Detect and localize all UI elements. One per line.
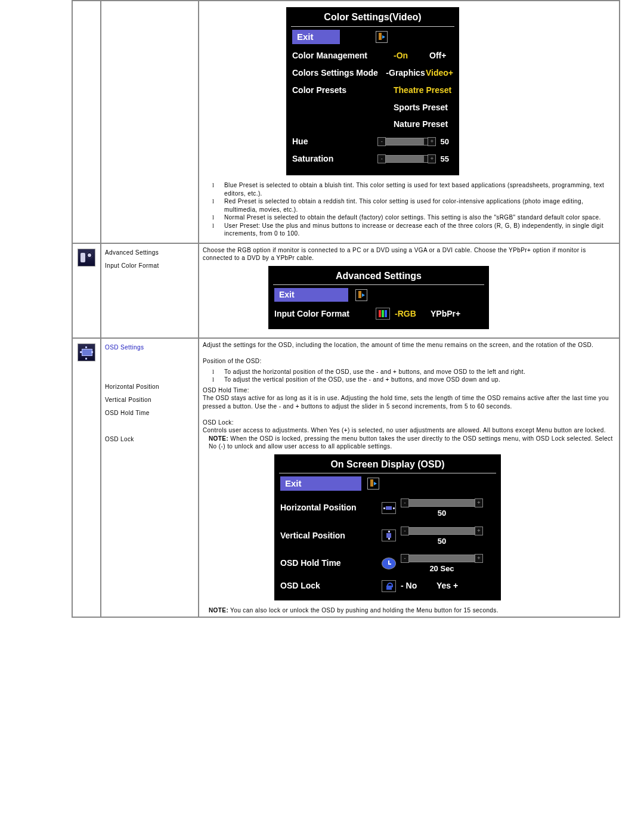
hold-heading: OSD Hold Time: bbox=[203, 386, 615, 395]
advanced-settings-label: Advanced Settings bbox=[105, 246, 194, 259]
color-notes-list: Blue Preset is selected to obtain a blui… bbox=[217, 181, 615, 238]
advanced-osd: Advanced Settings Exit Input Color Forma… bbox=[268, 266, 489, 329]
h-label: Horizontal Position bbox=[280, 502, 382, 513]
osd-title: On Screen Display (OSD) bbox=[274, 454, 501, 473]
note-user: User Preset: Use the plus and minus butt… bbox=[217, 222, 615, 238]
row2-content: Choose the RGB option if monitor is conn… bbox=[199, 243, 620, 338]
row2-label-cell: Advanced Settings Input Color Format bbox=[101, 243, 199, 338]
row1-label-cell bbox=[101, 1, 199, 243]
saturation-value: 55 bbox=[436, 154, 453, 165]
h-slider[interactable]: -+ bbox=[401, 499, 483, 507]
lock-heading: OSD Lock: bbox=[203, 419, 615, 427]
v-label: Vertical Position bbox=[280, 530, 382, 541]
color-management-off[interactable]: Off+ bbox=[429, 50, 446, 61]
note-body: You can also lock or unlock the OSD by p… bbox=[228, 607, 499, 614]
exit-button[interactable]: Exit bbox=[280, 476, 361, 491]
advanced-settings-icon bbox=[78, 249, 95, 267]
v-value: 50 bbox=[401, 536, 483, 547]
hpos-icon bbox=[382, 502, 396, 514]
saturation-slider[interactable]: -+ bbox=[377, 155, 436, 163]
hold-value: 20 Sec bbox=[401, 563, 483, 574]
osd-pos-list: To adjust the horizontal position of the… bbox=[217, 368, 615, 384]
lock-no[interactable]: - No bbox=[401, 580, 436, 592]
advanced-desc: Choose the RGB option if monitor is conn… bbox=[203, 246, 615, 262]
row1-icon-cell bbox=[72, 1, 101, 243]
icf-label: Input Color Format bbox=[274, 308, 376, 320]
lock-icon bbox=[382, 580, 396, 592]
osd-title: Color Settings(Video) bbox=[286, 7, 459, 26]
input-color-format-label: Input Color Format bbox=[105, 259, 194, 272]
osd-pos-heading: Position of the OSD: bbox=[203, 357, 615, 366]
osd-pos-v: To adjust the vertical position of the O… bbox=[217, 376, 615, 384]
lock-yes[interactable]: Yes + bbox=[436, 580, 458, 592]
osd-settings-icon bbox=[78, 343, 95, 361]
v-slider[interactable]: -+ bbox=[401, 527, 483, 535]
hue-value: 50 bbox=[436, 137, 453, 147]
color-presets-label: Color Presets bbox=[292, 85, 394, 96]
osd-pos-h: To adjust the horizontal position of the… bbox=[217, 368, 615, 376]
note-prefix: NOTE: bbox=[209, 607, 228, 614]
row2-icon-cell bbox=[72, 243, 101, 338]
settings-table: Color Settings(Video) Exit Color Managem… bbox=[72, 0, 620, 618]
final-note: NOTE: You can also lock or unlock the OS… bbox=[203, 606, 615, 615]
osd-intro: Adjust the settings for the OSD, includi… bbox=[203, 341, 615, 349]
color-management-on[interactable]: -On bbox=[394, 50, 429, 61]
color-settings-osd: Color Settings(Video) Exit Color Managem… bbox=[286, 7, 459, 175]
preset-sports[interactable]: Sports Preset bbox=[394, 102, 448, 113]
preset-nature[interactable]: Nature Preset bbox=[394, 119, 448, 130]
exit-icon bbox=[355, 289, 367, 301]
vpos-icon bbox=[382, 529, 396, 541]
color-mode-graphics[interactable]: -Graphics bbox=[386, 67, 426, 79]
note-body: When the OSD is locked, pressing the men… bbox=[209, 435, 613, 450]
exit-icon bbox=[376, 31, 388, 43]
lock-desc: Controls user access to adjustments. Whe… bbox=[203, 426, 615, 435]
osd-title: Advanced Settings bbox=[268, 266, 489, 285]
icf-ypbpr[interactable]: YPbPr+ bbox=[431, 308, 460, 320]
row3-label-cell: OSD Settings Horizontal Position Vertica… bbox=[101, 338, 199, 617]
exit-button[interactable]: Exit bbox=[274, 288, 348, 302]
note-blue: Blue Preset is selected to obtain a blui… bbox=[217, 181, 615, 197]
osd-settings-label: OSD Settings bbox=[105, 341, 194, 354]
lock-label: OSD Lock bbox=[280, 580, 382, 592]
note-normal: Normal Preset is selected to obtain the … bbox=[217, 213, 615, 222]
h-value: 50 bbox=[401, 508, 483, 519]
hold-label: OSD Hold Time bbox=[280, 558, 382, 569]
hue-slider[interactable]: -+ bbox=[377, 138, 436, 145]
hold-desc: The OSD stays active for as long as it i… bbox=[203, 394, 615, 410]
rgb-icon bbox=[376, 308, 390, 320]
v-position-label: Vertical Position bbox=[105, 394, 194, 407]
color-mode-label: Colors Settings Mode bbox=[292, 67, 386, 79]
exit-button[interactable]: Exit bbox=[292, 30, 340, 44]
osd-hold-label: OSD Hold Time bbox=[105, 407, 194, 420]
note-red: Red Preset is selected to obtain a reddi… bbox=[217, 197, 615, 213]
lock-note: NOTE: When the OSD is locked, pressing t… bbox=[203, 435, 615, 451]
note-prefix: NOTE: bbox=[209, 435, 228, 442]
color-mode-video[interactable]: Video+ bbox=[426, 67, 453, 79]
hue-label: Hue bbox=[292, 136, 377, 147]
row3-icon-cell bbox=[72, 338, 101, 617]
row3-content: Adjust the settings for the OSD, includi… bbox=[199, 338, 620, 617]
row1-content: Color Settings(Video) Exit Color Managem… bbox=[199, 1, 620, 243]
icf-rgb[interactable]: -RGB bbox=[395, 308, 431, 320]
clock-icon bbox=[382, 558, 396, 569]
hold-slider[interactable]: -+ bbox=[401, 555, 483, 562]
saturation-label: Saturation bbox=[292, 153, 377, 165]
exit-icon bbox=[367, 478, 379, 490]
preset-theatre[interactable]: Theatre Preset bbox=[394, 85, 451, 96]
osd-lock-label: OSD Lock bbox=[105, 433, 194, 446]
h-position-label: Horizontal Position bbox=[105, 380, 194, 394]
color-management-label: Color Management bbox=[292, 50, 394, 61]
osd-display-osd: On Screen Display (OSD) Exit Horizontal … bbox=[274, 454, 501, 600]
